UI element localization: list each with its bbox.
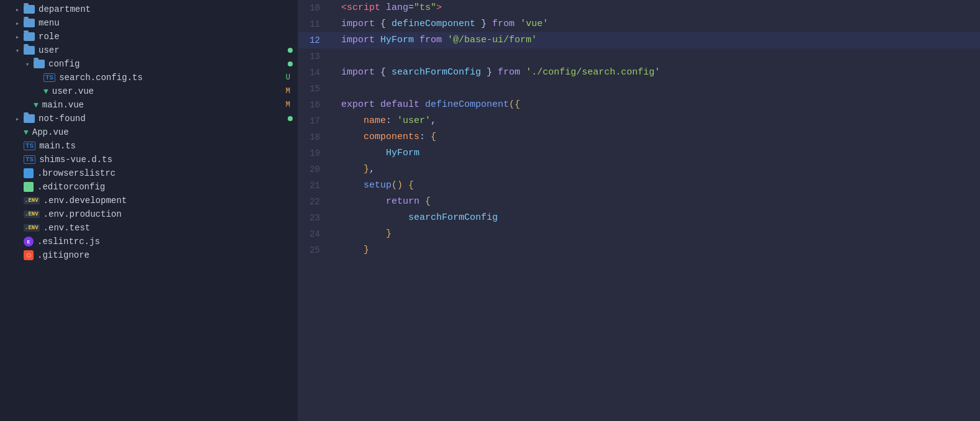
env-file-icon: .ENV [24,210,40,218]
status-badge: U [283,73,293,82]
code-content: import { searchFormConfig } from './conf… [336,65,980,81]
line-number: 21 [298,178,332,194]
line-number: 12 [298,32,332,48]
sidebar-item-browserslistrc[interactable]: .browserslistrc [0,166,298,180]
item-label: .gitignore [37,250,89,260]
code-content: } [336,242,980,258]
status-badge [288,116,293,121]
status-badge: M [283,87,293,96]
eslint-icon: E [24,237,34,247]
line-number: 22 [298,194,332,210]
item-label: App.vue [32,127,69,137]
item-label: config [48,59,80,69]
code-line-24: 24 } [298,226,980,242]
status-badge [288,48,293,53]
line-number: 25 [298,242,332,258]
item-label: .eslintrc.js [37,237,100,247]
status-badge: M [283,101,293,109]
code-content: return { [336,194,980,210]
folder-icon [24,19,35,27]
sidebar-item-env-development[interactable]: .ENV .env.development [0,194,298,207]
line-number: 13 [298,48,332,65]
ts-file-icon: TS [24,142,35,150]
item-label: user.vue [52,86,94,96]
sidebar-item-config[interactable]: config [0,57,298,71]
line-number: 14 [298,65,332,81]
chevron-icon [12,45,22,55]
sidebar-item-env-production[interactable]: .ENV .env.production [0,207,298,221]
item-label: department [39,4,91,14]
line-number: 11 [298,16,332,32]
code-line-21: 21 setup() { [298,178,980,194]
item-label: main.vue [42,100,84,110]
code-line-12: 12 import HyForm from '@/base-ui/form' [298,32,980,48]
code-line-16: 16 export default defineComponent({ [298,97,980,113]
code-line-11: 11 import { defineComponent } from 'vue' [298,16,980,32]
sidebar-item-user[interactable]: user [0,43,298,57]
sidebar-item-main-ts[interactable]: TS main.ts [0,139,298,153]
code-content: import HyForm from '@/base-ui/form' [336,32,980,48]
code-content: <script lang="ts"> [336,0,980,16]
code-line-10: 10 <script lang="ts"> [298,0,980,16]
code-content: } [336,226,980,242]
code-line-18: 18 components: { [298,129,980,145]
item-label: main.ts [39,141,76,151]
code-line-19: 19 HyForm [298,145,980,161]
folder-icon [34,60,45,68]
sidebar-item-role[interactable]: role [0,30,298,43]
env-file-icon: .ENV [24,197,40,204]
chevron-icon [12,32,22,42]
item-label: search.config.ts [59,73,142,83]
sidebar-item-search-config[interactable]: TS search.config.ts U [0,71,298,84]
code-content: searchFormConfig [336,210,980,226]
item-label: .env.production [44,209,122,219]
browser-file-icon [24,168,34,178]
code-line-23: 23 searchFormConfig [298,210,980,226]
sidebar-item-env-test[interactable]: .ENV .env.test [0,221,298,235]
code-line-25: 25 } [298,242,980,258]
sidebar-item-eslintrc[interactable]: E .eslintrc.js [0,235,298,248]
status-badge [288,61,293,66]
item-label: .env.development [44,196,127,206]
code-content: export default defineComponent({ [336,97,980,113]
sidebar-item-main-vue[interactable]: ▼ main.vue M [0,98,298,112]
line-number: 24 [298,226,332,242]
sidebar-item-gitignore[interactable]: ⬡ .gitignore [0,248,298,262]
line-number: 18 [298,129,332,145]
code-line-17: 17 name: 'user', [298,113,980,129]
item-label: menu [39,18,60,28]
line-number: 16 [298,97,332,113]
sidebar-item-app-vue[interactable]: ▼ App.vue [0,125,298,139]
sidebar-item-department[interactable]: department [0,2,298,16]
item-label: .env.test [44,223,91,233]
line-number: 10 [298,0,332,16]
code-line-14: 14 import { searchFormConfig } from './c… [298,65,980,81]
folder-icon [24,32,35,41]
code-content: name: 'user', [336,113,980,129]
sidebar-item-menu[interactable]: menu [0,16,298,30]
file-explorer: department menu role user config TS sear… [0,0,298,421]
folder-icon [24,5,35,14]
line-number: 19 [298,145,332,161]
sidebar-item-editorconfig[interactable]: .editorconfig [0,180,298,194]
vue-file-icon: ▼ [34,101,39,110]
item-label: user [39,45,60,55]
env-file-icon: .ENV [24,224,40,232]
sidebar-item-not-found[interactable]: not-found [0,112,298,125]
code-line-13: 13 [298,48,980,65]
code-content: import { defineComponent } from 'vue' [336,16,980,32]
item-label: not-found [39,114,86,124]
git-icon: ⬡ [24,250,34,260]
chevron-icon [12,4,22,14]
chevron-icon [22,59,32,69]
sidebar-item-user-vue[interactable]: ▼ user.vue M [0,84,298,98]
item-label: shims-vue.d.ts [39,155,112,165]
item-label: role [39,32,60,42]
ts-file-icon: TS [44,73,55,82]
code-line-22: 22 return { [298,194,980,210]
sidebar-item-shims-vue[interactable]: TS shims-vue.d.ts [0,153,298,166]
code-content: HyForm [336,145,980,161]
line-number: 15 [298,81,332,97]
code-editor[interactable]: 10 <script lang="ts"> 11 import { define… [298,0,980,421]
code-content: components: { [336,129,980,145]
